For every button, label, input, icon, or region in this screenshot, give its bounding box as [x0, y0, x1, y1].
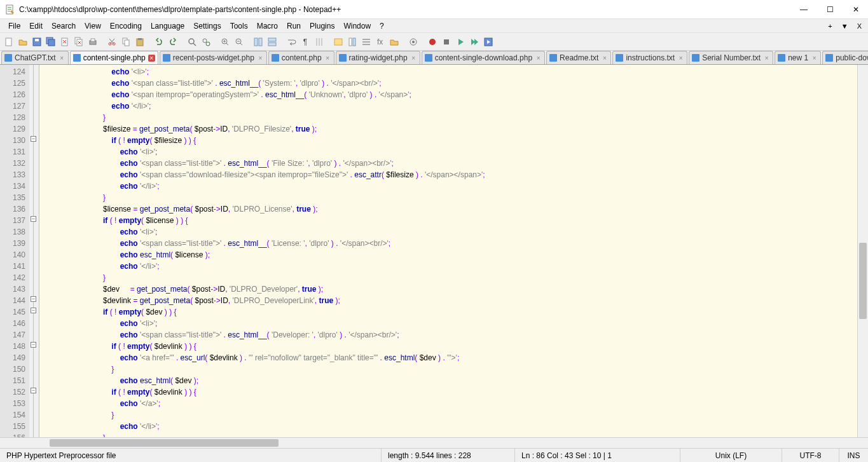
- zoom-out-icon[interactable]: [233, 36, 245, 48]
- code-line[interactable]: if ( ! empty( $dev ) ) {: [52, 306, 857, 318]
- code-line[interactable]: }: [52, 192, 857, 203]
- word-wrap-icon[interactable]: [285, 36, 298, 48]
- code-line[interactable]: echo '<span class="list-title">' . esc_h…: [52, 238, 857, 249]
- code-line[interactable]: }: [52, 363, 857, 375]
- sync-h-icon[interactable]: [266, 36, 279, 48]
- fold-line[interactable]: [29, 362, 39, 374]
- tab-close-icon[interactable]: ×: [677, 55, 684, 62]
- menu-view[interactable]: View: [80, 20, 106, 32]
- cut-icon[interactable]: [106, 36, 118, 48]
- scrollbar-thumb[interactable]: [50, 439, 279, 447]
- maximize-button[interactable]: ☐: [823, 4, 837, 15]
- fold-line[interactable]: [29, 259, 39, 271]
- tab-serial-number-txt[interactable]: Serial Number.txt×: [689, 51, 773, 64]
- code-line[interactable]: if ( ! empty( $devlink ) ) {: [52, 386, 857, 398]
- menu-file[interactable]: File: [4, 20, 25, 32]
- tab-close-icon[interactable]: ×: [811, 55, 818, 62]
- fold-line[interactable]: [29, 179, 39, 191]
- fold-line[interactable]: [29, 316, 39, 328]
- menu-edit[interactable]: Edit: [25, 20, 47, 32]
- play-icon[interactable]: [454, 36, 467, 48]
- replace-icon[interactable]: [200, 36, 212, 48]
- fold-line[interactable]: −: [29, 133, 39, 145]
- fold-line[interactable]: −: [29, 214, 39, 225]
- status-mode[interactable]: INS: [839, 449, 868, 462]
- menu-plugins[interactable]: Plugins: [305, 20, 339, 32]
- code-line[interactable]: echo '<li>';: [52, 318, 857, 329]
- code-line[interactable]: echo '<li>';: [52, 226, 857, 238]
- fold-line[interactable]: −: [29, 339, 39, 351]
- code-line[interactable]: $dev = get_post_meta( $post->ID, 'DLPRO_…: [52, 283, 857, 295]
- doc-map-icon[interactable]: [346, 36, 359, 48]
- zoom-in-icon[interactable]: [219, 36, 231, 48]
- vertical-scrollbar[interactable]: [857, 65, 868, 437]
- code-line[interactable]: echo '</li>';: [52, 100, 857, 112]
- fold-line[interactable]: [29, 156, 39, 168]
- minimize-button[interactable]: —: [796, 4, 811, 15]
- fold-line[interactable]: [29, 202, 39, 214]
- fold-line[interactable]: −: [29, 294, 39, 305]
- fold-line[interactable]: [29, 145, 39, 156]
- func-list-icon[interactable]: fx: [374, 36, 387, 48]
- menu-run[interactable]: Run: [282, 20, 305, 32]
- tab-instructions-txt[interactable]: instructions.txt×: [612, 51, 687, 64]
- menu-window[interactable]: Window: [339, 20, 375, 32]
- tab-close-icon[interactable]: ×: [148, 55, 155, 62]
- tab-close-icon[interactable]: ×: [324, 55, 331, 62]
- fold-line[interactable]: [29, 351, 39, 362]
- fold-line[interactable]: [29, 236, 39, 248]
- fold-line[interactable]: [29, 419, 39, 431]
- code-line[interactable]: }: [52, 409, 857, 421]
- tab-close-icon[interactable]: ×: [257, 55, 264, 62]
- fold-box-icon[interactable]: −: [31, 342, 36, 348]
- menu-settings[interactable]: Settings: [189, 20, 225, 32]
- save-icon[interactable]: [31, 36, 43, 48]
- code-line[interactable]: $devlink = get_post_meta( $post->ID, 'DL…: [52, 295, 857, 306]
- undo-icon[interactable]: [153, 36, 165, 48]
- code-line[interactable]: echo '</a>';: [52, 398, 857, 409]
- fold-box-icon[interactable]: −: [31, 136, 36, 142]
- code-line[interactable]: if ( ! empty( $filesize ) ) {: [52, 135, 857, 146]
- status-encoding[interactable]: UTF-8: [782, 449, 839, 462]
- fold-line[interactable]: [29, 248, 39, 259]
- menu-tools[interactable]: Tools: [226, 20, 252, 32]
- tab-chatgpt-txt[interactable]: ChatGPT.txt×: [1, 51, 69, 64]
- fold-box-icon[interactable]: −: [31, 296, 36, 302]
- code-line[interactable]: echo '</li>';: [52, 421, 857, 432]
- find-icon[interactable]: [186, 36, 198, 48]
- menu-macro[interactable]: Macro: [252, 20, 282, 32]
- code-line[interactable]: echo '<span itemprop="operatingSystem">'…: [52, 89, 857, 100]
- close-all-icon[interactable]: [72, 36, 85, 48]
- code-line[interactable]: echo '<span class="list-title">' . esc_h…: [52, 329, 857, 341]
- fold-line[interactable]: [29, 397, 39, 408]
- fold-line[interactable]: [29, 271, 39, 282]
- paste-icon[interactable]: [134, 36, 146, 48]
- new-file-icon[interactable]: [3, 36, 15, 48]
- code-line[interactable]: echo '<span class="list-title">' . esc_h…: [52, 158, 857, 169]
- code-line[interactable]: echo '</li>';: [52, 180, 857, 192]
- code-line[interactable]: echo '<span class="list-title">' . esc_h…: [52, 78, 857, 89]
- monitor-icon[interactable]: [407, 36, 420, 48]
- code-area[interactable]: echo '<li>'; echo '<span class="list-tit…: [50, 65, 857, 437]
- code-line[interactable]: }: [52, 112, 857, 123]
- tab-close-icon[interactable]: ×: [59, 55, 65, 62]
- fold-line[interactable]: [29, 65, 39, 76]
- menu-right-button[interactable]: +: [825, 21, 834, 31]
- code-line[interactable]: echo '<li>';: [52, 146, 857, 158]
- menu-right-button[interactable]: X: [855, 21, 864, 31]
- sync-v-icon[interactable]: [252, 36, 265, 48]
- fold-line[interactable]: [29, 282, 39, 294]
- stop-icon[interactable]: [440, 36, 453, 48]
- tab-readme-txt[interactable]: Readme.txt×: [546, 51, 611, 64]
- play-multi-icon[interactable]: [468, 36, 481, 48]
- menu-right-button[interactable]: ▼: [839, 21, 851, 31]
- code-line[interactable]: $license = get_post_meta( $post->ID, 'DL…: [52, 203, 857, 215]
- horizontal-scrollbar[interactable]: [0, 437, 868, 448]
- redo-icon[interactable]: [167, 36, 179, 48]
- menu-?[interactable]: ?: [375, 20, 389, 32]
- print-icon[interactable]: [86, 36, 99, 48]
- tab-public-download-php[interactable]: public-download.php×: [822, 51, 868, 64]
- code-line[interactable]: echo '<span class="download-filesize"><s…: [52, 169, 857, 180]
- indent-guide-icon[interactable]: [313, 36, 326, 48]
- tab-content-single-download-php[interactable]: content-single-download.php×: [422, 51, 545, 64]
